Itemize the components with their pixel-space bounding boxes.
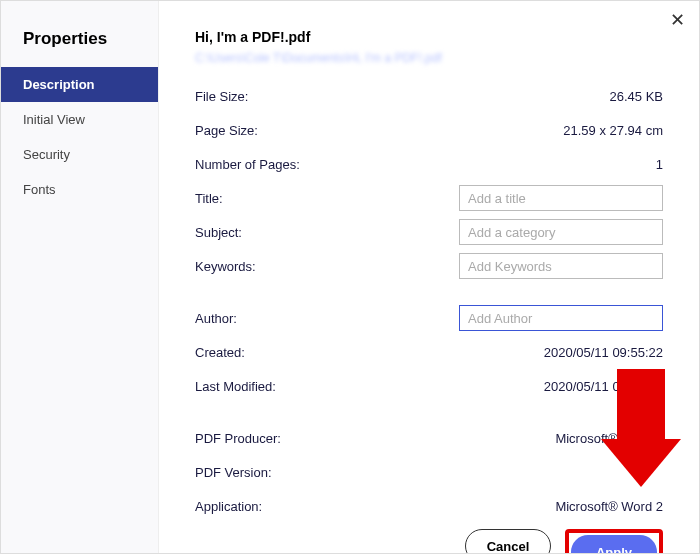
sidebar-item-fonts[interactable]: Fonts [1,172,158,207]
label-created: Created: [195,345,375,360]
label-num-pages: Number of Pages: [195,157,375,172]
label-last-modified: Last Modified: [195,379,375,394]
sidebar-item-description[interactable]: Description [1,67,158,102]
sidebar-item-initial-view[interactable]: Initial View [1,102,158,137]
apply-button[interactable]: Apply [571,535,657,553]
close-icon[interactable]: ✕ [670,9,685,31]
label-keywords: Keywords: [195,259,375,274]
label-file-size: File Size: [195,89,375,104]
label-pdf-version: PDF Version: [195,465,375,480]
file-path: C:\Users\Cole T\Documents\Hi, I'm a PDF!… [195,51,663,65]
label-subject: Subject: [195,225,375,240]
panel-title: Properties [1,19,158,67]
file-name: Hi, I'm a PDF!.pdf [195,29,663,45]
sidebar: Properties Description Initial View Secu… [1,1,159,553]
main-panel: Hi, I'm a PDF!.pdf C:\Users\Cole T\Docum… [159,1,699,553]
properties-dialog: ✕ Properties Description Initial View Se… [0,0,700,554]
author-input[interactable] [459,305,663,331]
label-page-size: Page Size: [195,123,375,138]
value-file-size: 26.45 KB [375,89,663,104]
value-last-modified: 2020/05/11 09:55:22 [375,379,663,394]
value-page-size: 21.59 x 27.94 cm [375,123,663,138]
value-num-pages: 1 [375,157,663,172]
label-pdf-producer: PDF Producer: [195,431,375,446]
properties-list: File Size: 26.45 KB Page Size: 21.59 x 2… [195,83,663,519]
value-pdf-producer: Microsoft® Word 2 [375,431,663,446]
sidebar-item-security[interactable]: Security [1,137,158,172]
cancel-button[interactable]: Cancel [465,529,551,553]
keywords-input[interactable] [459,253,663,279]
subject-input[interactable] [459,219,663,245]
value-application: Microsoft® Word 2 [375,499,663,514]
label-title: Title: [195,191,375,206]
value-created: 2020/05/11 09:55:22 [375,345,663,360]
title-input[interactable] [459,185,663,211]
label-application: Application: [195,499,375,514]
apply-highlight-box: Apply [565,529,663,553]
label-author: Author: [195,311,375,326]
dialog-footer: Cancel Apply [195,519,663,553]
